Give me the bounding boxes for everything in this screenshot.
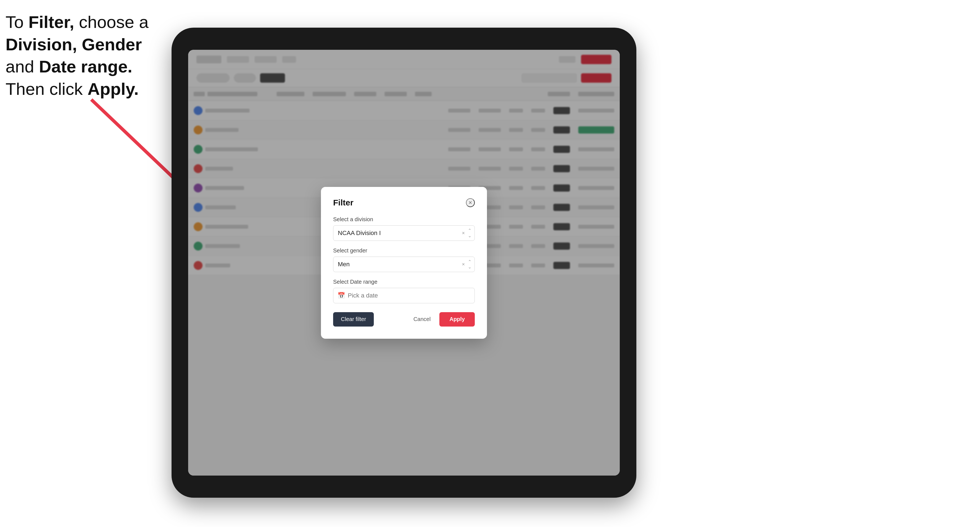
date-group: Select Date range 📅 (333, 279, 475, 303)
date-range-input[interactable] (333, 288, 475, 303)
footer-right-actions: Cancel Apply (409, 312, 475, 327)
clear-filter-button[interactable]: Clear filter (333, 312, 374, 327)
division-clear-icon[interactable]: × (462, 230, 465, 236)
date-input-wrapper: 📅 (333, 288, 475, 303)
gender-label: Select gender (333, 248, 475, 254)
instruction-text: To Filter, choose a Division, Gender and… (6, 11, 149, 100)
gender-group: Select gender Men Women Mixed × ⌃⌄ (333, 248, 475, 272)
instruction-line4: Then click Apply. (6, 79, 138, 98)
instruction-line3: and Date range. (6, 57, 132, 76)
gender-clear-icon[interactable]: × (462, 261, 465, 267)
gender-select-wrapper: Men Women Mixed × ⌃⌄ (333, 257, 475, 272)
instruction-line1: To Filter, choose a (6, 13, 149, 32)
division-select-wrapper: NCAA Division I NCAA Division II NCAA Di… (333, 225, 475, 241)
division-select[interactable]: NCAA Division I NCAA Division II NCAA Di… (333, 225, 475, 241)
modal-header: Filter × (333, 198, 475, 207)
tablet-frame: Filter × Select a division NCAA Division… (172, 28, 636, 498)
modal-title: Filter (333, 198, 353, 207)
gender-select[interactable]: Men Women Mixed (333, 257, 475, 272)
date-label: Select Date range (333, 279, 475, 285)
modal-footer: Clear filter Cancel Apply (333, 312, 475, 327)
modal-overlay: Filter × Select a division NCAA Division… (188, 50, 620, 476)
filter-modal: Filter × Select a division NCAA Division… (321, 187, 487, 339)
modal-close-button[interactable]: × (466, 198, 475, 207)
division-label: Select a division (333, 216, 475, 222)
cancel-button[interactable]: Cancel (409, 312, 435, 327)
tablet-screen: Filter × Select a division NCAA Division… (188, 50, 620, 476)
instruction-bold2: Division, Gender (6, 35, 142, 54)
division-group: Select a division NCAA Division I NCAA D… (333, 216, 475, 241)
apply-button[interactable]: Apply (439, 312, 475, 327)
